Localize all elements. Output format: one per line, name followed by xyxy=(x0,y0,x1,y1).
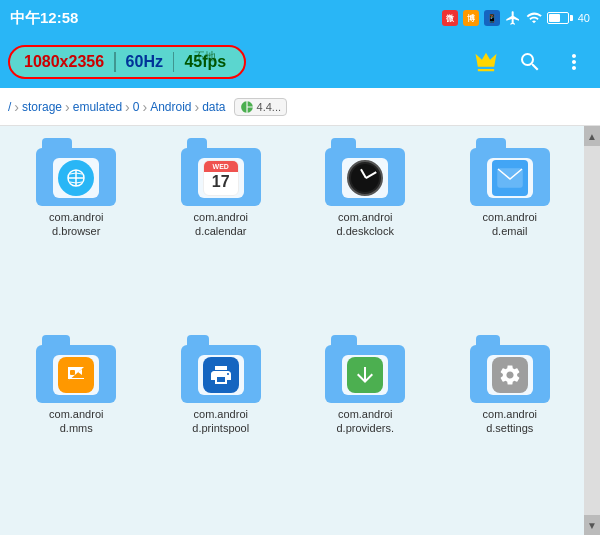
app-email-icon xyxy=(492,160,528,196)
clock-minute-hand xyxy=(365,171,376,178)
folder-calendar: WED 17 xyxy=(181,138,261,206)
perf-resolution: 1080x2356 xyxy=(24,53,104,71)
search-icon xyxy=(518,50,542,74)
file-label-settings: com.android.settings xyxy=(483,407,537,436)
folder-mms xyxy=(36,335,116,403)
folder-overlay xyxy=(487,158,533,198)
scroll-down-button[interactable]: ▼ xyxy=(584,515,600,535)
search-button[interactable] xyxy=(512,44,548,80)
file-item-settings[interactable]: com.android.settings xyxy=(442,335,579,524)
breadcrumb-badge-text: 4.4... xyxy=(257,101,281,113)
breadcrumb-bar: / › storage › emulated › 0 › Android › d… xyxy=(0,88,600,126)
folder-overlay: WED 17 xyxy=(198,158,244,198)
more-icon xyxy=(562,50,586,74)
file-item-deskclock[interactable]: com.android.deskclock xyxy=(297,138,434,327)
folder-overlay xyxy=(487,355,533,395)
svg-rect-4 xyxy=(70,370,75,375)
perf-overlay: 不地 1080x2356 60Hz 45fps xyxy=(8,45,246,79)
app-calendar-icon: WED 17 xyxy=(203,160,239,196)
breadcrumb-sep1: › xyxy=(65,99,70,115)
breadcrumb-data[interactable]: data xyxy=(202,100,225,114)
file-item-browser[interactable]: com.android.browser xyxy=(8,138,145,327)
file-item-mms[interactable]: com.android.mms xyxy=(8,335,145,524)
file-item-calendar[interactable]: WED 17 com.android.calendar xyxy=(153,138,290,327)
folder-printspool xyxy=(181,335,261,403)
file-item-email[interactable]: com.android.email xyxy=(442,138,579,327)
perf-hz: 60Hz xyxy=(126,53,163,71)
breadcrumb-emulated[interactable]: emulated xyxy=(73,100,122,114)
app-mms-icon xyxy=(58,357,94,393)
file-label-calendar: com.android.calendar xyxy=(194,210,248,239)
status-bar: 中午12:58 微 博 📱 40 xyxy=(0,0,600,36)
wifi-icon xyxy=(526,10,542,26)
breadcrumb-0[interactable]: 0 xyxy=(133,100,140,114)
file-grid: com.android.browser WED 17 com.android.c… xyxy=(0,126,600,535)
content-area: com.android.browser WED 17 com.android.c… xyxy=(0,126,600,535)
notification-icon: 📱 xyxy=(484,10,500,26)
breadcrumb-badge[interactable]: 4.4... xyxy=(234,98,287,116)
folder-email xyxy=(470,138,550,206)
app-browser-icon xyxy=(58,160,94,196)
file-item-providers[interactable]: com.android.providers. xyxy=(297,335,434,524)
airplane-icon xyxy=(505,10,521,26)
folder-deskclock xyxy=(325,138,405,206)
folder-providers xyxy=(325,335,405,403)
scroll-up-button[interactable]: ▲ xyxy=(584,126,600,146)
more-button[interactable] xyxy=(556,44,592,80)
app-print-icon xyxy=(203,357,239,393)
file-label-browser: com.android.browser xyxy=(49,210,103,239)
app-providers-icon xyxy=(347,357,383,393)
breadcrumb-android[interactable]: Android xyxy=(150,100,191,114)
file-item-printspool[interactable]: com.android.printspool xyxy=(153,335,290,524)
app-settings-icon xyxy=(492,357,528,393)
file-label-email: com.android.email xyxy=(483,210,537,239)
breadcrumb-root[interactable]: / xyxy=(8,100,11,114)
app-clock-icon xyxy=(347,160,383,196)
folder-overlay xyxy=(53,355,99,395)
perf-divider2 xyxy=(173,52,175,72)
status-icons: 微 博 📱 40 xyxy=(442,10,590,26)
perf-label: 不地 xyxy=(194,49,216,64)
battery-icon xyxy=(547,12,573,24)
clock-inner xyxy=(351,164,379,192)
folder-overlay xyxy=(53,158,99,198)
folder-browser xyxy=(36,138,116,206)
folder-overlay xyxy=(342,355,388,395)
pie-chart-icon xyxy=(240,100,254,114)
scroll-bar: ▲ ▼ xyxy=(584,126,600,535)
perf-divider1 xyxy=(114,52,116,72)
crown-button[interactable] xyxy=(468,44,504,80)
breadcrumb-storage[interactable]: storage xyxy=(22,100,62,114)
folder-overlay xyxy=(342,158,388,198)
crown-icon xyxy=(472,48,500,76)
battery-level: 40 xyxy=(578,12,590,24)
file-label-providers: com.android.providers. xyxy=(337,407,394,436)
breadcrumb-sep0: › xyxy=(14,99,19,115)
weibo-icon: 微 xyxy=(442,10,458,26)
breadcrumb-sep2: › xyxy=(125,99,130,115)
file-label-mms: com.android.mms xyxy=(49,407,103,436)
toolbar: 不地 1080x2356 60Hz 45fps xyxy=(0,36,600,88)
file-label-printspool: com.android.printspool xyxy=(192,407,249,436)
status-time: 中午12:58 xyxy=(10,9,78,28)
folder-settings xyxy=(470,335,550,403)
folder-overlay xyxy=(198,355,244,395)
breadcrumb-sep3: › xyxy=(142,99,147,115)
weibo2-icon: 博 xyxy=(463,10,479,26)
file-label-deskclock: com.android.deskclock xyxy=(337,210,394,239)
breadcrumb-sep4: › xyxy=(195,99,200,115)
